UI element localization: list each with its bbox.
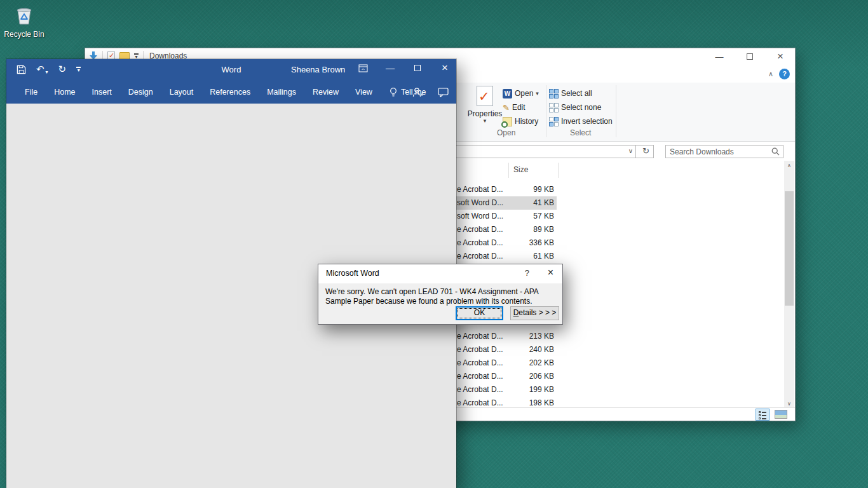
word-titlebar[interactable]: ↶▾ ↻ ▾ Word Sheena Brown — × [6, 59, 456, 81]
file-size-cell: 61 KB [505, 252, 554, 261]
screen: Recycle Bin ✓ ▾ Downloads — × [0, 0, 868, 488]
ok-button[interactable]: OK [456, 306, 503, 320]
file-type-cell: e Acrobat D... [457, 385, 503, 394]
recycle-bin[interactable]: Recycle Bin [4, 4, 44, 39]
column-divider [558, 163, 559, 178]
file-size-cell: 89 KB [505, 225, 554, 234]
file-type-cell: e Acrobat D... [457, 185, 503, 194]
chevron-down-icon: ▾ [466, 118, 503, 123]
file-size-cell: 206 KB [505, 372, 554, 381]
file-type-cell: soft Word D... [457, 212, 503, 220]
share-person-icon[interactable] [412, 87, 424, 97]
select-none-icon [549, 103, 559, 112]
invert-selection-button[interactable]: Invert selection [549, 115, 613, 128]
comment-icon[interactable] [438, 88, 449, 97]
history-button[interactable]: History [503, 115, 538, 128]
file-size-cell: 336 KB [505, 238, 554, 247]
pencil-icon: ✎ [503, 103, 510, 112]
tab-insert[interactable]: Insert [84, 81, 120, 104]
file-type-cell: soft Word D... [457, 198, 503, 207]
lightbulb-icon [390, 87, 397, 97]
vertical-scrollbar[interactable]: ∧ ∨ [784, 161, 794, 409]
details-view-icon [759, 411, 766, 421]
word-close-button[interactable]: × [440, 62, 450, 74]
size-column-header[interactable]: Size [513, 165, 528, 174]
select-group-label: Select [570, 128, 591, 137]
file-type-cell: e Acrobat D... [457, 332, 503, 341]
word-minimize-button[interactable]: — [385, 63, 395, 73]
file-size-cell: 57 KB [505, 212, 554, 220]
file-size-cell: 202 KB [505, 358, 554, 367]
open-button[interactable]: W Open ▾ [503, 87, 539, 100]
file-type-cell: e Acrobat D... [457, 372, 503, 381]
edit-button[interactable]: ✎ Edit [503, 101, 526, 114]
signed-in-user[interactable]: Sheena Brown [291, 65, 345, 74]
address-dropdown-chevron-icon[interactable]: ∨ [628, 147, 633, 154]
details-button-label-d: D [513, 308, 519, 317]
select-none-button[interactable]: Select none [549, 101, 601, 114]
search-icon [771, 147, 780, 156]
dialog-titlebar[interactable]: Microsoft Word ? × [318, 264, 562, 283]
explorer-maximize-button[interactable] [744, 52, 756, 62]
word-error-dialog: Microsoft Word ? × We're sorry. We can't… [318, 264, 563, 325]
thumbnail-view-button[interactable] [775, 410, 787, 419]
customize-qat-chevron[interactable]: ▾ [134, 53, 139, 59]
tab-references[interactable]: References [201, 81, 259, 104]
dialog-title: Microsoft Word [326, 269, 379, 278]
file-size-cell: 41 KB [505, 198, 554, 207]
refresh-icon[interactable]: ↻ [642, 146, 649, 156]
file-type-cell: e Acrobat D... [457, 225, 503, 234]
word-ribbon-area: ↶▾ ↻ ▾ Word Sheena Brown — × File [6, 59, 456, 104]
scroll-up-arrow-icon[interactable]: ∧ [784, 161, 794, 170]
dialog-close-icon[interactable]: × [548, 267, 553, 278]
properties-icon: ✓ [477, 86, 493, 106]
tab-mailings[interactable]: Mailings [259, 81, 304, 104]
file-type-cell: e Acrobat D... [457, 252, 503, 261]
tab-view[interactable]: View [347, 81, 381, 104]
file-size-cell: 198 KB [505, 398, 554, 407]
ribbon-collapse-chevron-icon[interactable]: ∧ [768, 70, 773, 78]
dialog-help-icon[interactable]: ? [525, 268, 529, 278]
history-button-label: History [515, 117, 538, 126]
invert-selection-icon [549, 117, 559, 126]
tab-layout[interactable]: Layout [161, 81, 202, 104]
details-button[interactable]: Details > > > [510, 306, 559, 320]
ribbon-group-divider [616, 85, 616, 137]
tab-home[interactable]: Home [46, 81, 83, 104]
recycle-bin-icon[interactable] [13, 4, 36, 27]
recycle-bin-label: Recycle Bin [4, 30, 44, 39]
open-button-label: Open [515, 89, 533, 98]
file-size-cell: 199 KB [505, 385, 554, 394]
file-type-cell: e Acrobat D... [457, 358, 503, 367]
tab-design[interactable]: Design [120, 81, 161, 104]
dialog-message: We're sorry. We can't open LEAD 701 - WK… [325, 287, 559, 306]
ribbon-display-options-icon[interactable] [358, 64, 368, 72]
properties-label: Properties [466, 109, 503, 118]
tab-review[interactable]: Review [304, 81, 347, 104]
tab-file[interactable]: File [17, 81, 46, 104]
word-maximize-button[interactable] [412, 63, 423, 73]
word-tabs-right-icons [412, 81, 449, 104]
search-box[interactable] [665, 145, 783, 158]
column-divider [508, 163, 509, 178]
details-view-button[interactable] [756, 409, 770, 421]
search-input[interactable] [670, 146, 765, 157]
help-icon[interactable]: ? [779, 69, 790, 79]
separator [635, 146, 636, 158]
chevron-down-icon: ▾ [536, 90, 539, 97]
details-button-label-rest: etails > > > [519, 308, 556, 317]
scrollbar-thumb[interactable] [785, 191, 794, 306]
word-ribbon-tabs: File Home Insert Design Layout Reference… [6, 81, 456, 104]
file-size-cell: 213 KB [505, 332, 554, 341]
explorer-minimize-button[interactable]: — [714, 52, 725, 62]
explorer-caption-buttons: — × [714, 48, 791, 65]
file-type-cell: e Acrobat D... [457, 238, 503, 247]
file-size-cell: 240 KB [505, 345, 554, 354]
explorer-close-button[interactable]: × [775, 50, 786, 63]
open-group-label: Open [497, 128, 515, 137]
select-all-icon [549, 89, 559, 98]
select-all-button[interactable]: Select all [549, 87, 592, 100]
history-clock-icon [503, 117, 512, 126]
word-file-icon: W [503, 89, 512, 98]
word-caption-buttons: — × [358, 62, 450, 74]
